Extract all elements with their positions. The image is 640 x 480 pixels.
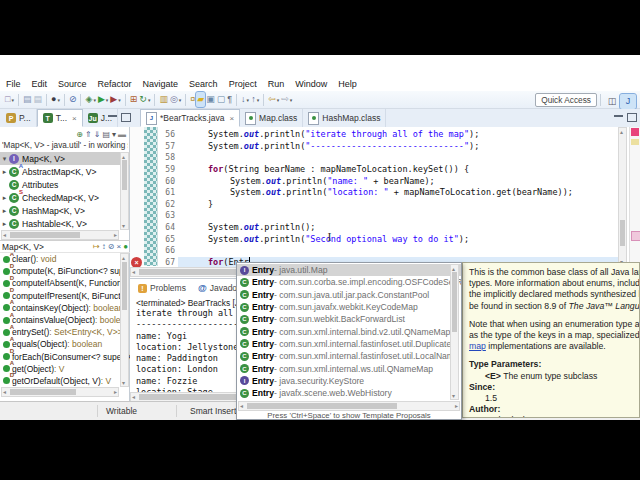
view-tab-package-explorer[interactable]: PP... [1,109,37,127]
editor-vscrollbar[interactable] [618,127,627,266]
layout-button[interactable]: ▤ [102,128,110,141]
account-button[interactable]: ●▾ [50,92,61,107]
show-selected-element-button[interactable]: ▢ [216,92,227,107]
run-button[interactable]: ▶▾ [97,92,109,107]
editor-tab-beartracksjava[interactable]: J*BearTracks.java× [140,109,240,127]
hide-static-button[interactable]: × [116,240,121,253]
debug-button[interactable]: ◈▾ [84,92,96,107]
menu-window[interactable]: Window [295,79,327,89]
minimize-view-icon[interactable] [108,115,117,120]
completion-item[interactable]: IEntry - java.security.KeyStore [237,375,461,387]
view-tab-type-hierarchy[interactable]: TT...× [37,109,83,127]
overview-current-marker[interactable] [631,231,640,241]
expand-arrow-icon[interactable]: ▸ [0,194,9,202]
editor-tab-hashmapclass[interactable]: HashMap.class [303,109,386,127]
member-item[interactable]: Aequals(Object) : boolean [0,338,130,350]
tree-item[interactable]: ▸CHashMap<K, V> [0,204,130,217]
menu-source[interactable]: Source [58,79,87,89]
expand-arrow-icon[interactable]: ▸ [0,207,9,215]
overview-error-marker[interactable] [631,128,639,136]
show-whitespace-button[interactable]: ¶ [226,92,233,107]
view-menu-button[interactable]: ▾ [112,128,116,141]
completion-item[interactable]: CEntry - com.sun.xml.internal.bind.v2.ut… [237,325,461,337]
back-history-button[interactable]: ⇦▾ [267,92,280,107]
completion-item[interactable]: CEntry - com.sun.webkit.BackForwardList [237,313,461,325]
expand-arrow-icon[interactable]: ▸ [0,168,9,176]
new-wizard-button[interactable]: □▾ [4,92,15,107]
minimize-view-button[interactable]: ▬ [118,128,126,141]
member-item[interactable]: DcomputeIfAbsent(K, Function< [0,277,130,289]
tree-hscrollbar[interactable] [1,230,119,240]
show-subtype-hierarchy-button[interactable]: ⇓ [94,128,101,141]
completion-item[interactable]: CEntry - com.sun.xml.internal.fastinfose… [237,338,461,350]
javadoc-link[interactable]: map [469,341,486,351]
hide-nonpublic-button[interactable]: ● [123,240,128,253]
link-with-editor-button[interactable]: ▣ [205,92,216,107]
java-perspective-button[interactable]: J [620,94,636,109]
save-button[interactable]: ▤ [22,92,33,107]
sort-members-button[interactable]: ↕ [102,240,106,253]
menu-help[interactable]: Help [338,79,357,89]
completion-item[interactable]: CEntry - com.sun.java.util.jar.pack.Cons… [237,289,461,301]
close-icon[interactable]: × [72,114,77,123]
expand-arrow-icon[interactable]: ▸ [0,220,9,228]
editor-tab-mapclass[interactable]: Map.class [240,109,303,127]
minimize-editor-icon[interactable] [614,115,623,120]
lock-view-button[interactable]: ↦ [93,240,100,253]
member-vscrollbar[interactable] [120,253,129,387]
code-area[interactable]: System.out.println("iterate through all … [178,129,618,269]
tree-item[interactable]: ▸CHashtable<K, V> [0,217,130,230]
menu-navigate[interactable]: Navigate [143,79,179,89]
maximize-view-icon[interactable] [121,113,131,122]
tree-item[interactable]: ▸CAAbstractMap<K, V> [0,165,130,178]
focus-on-type-button[interactable]: ⊕ [76,128,83,141]
member-item[interactable]: AcontainsValue(Object) : boolea [0,314,130,326]
member-item[interactable]: AentrySet() : Set<Entry<K, V>> [0,326,130,338]
menu-file[interactable]: File [6,79,21,89]
expand-arrow-icon[interactable]: ▾ [0,155,9,163]
search-button[interactable]: ◎▾ [169,92,182,107]
member-item[interactable]: Dcompute(K, BiFunction<? supe [0,265,130,277]
run-external-tools-button[interactable]: ▶▾ [109,92,121,107]
member-item[interactable]: Aclear() : void [0,253,130,265]
save-all-button[interactable]: ▤ [32,92,43,107]
completion-item[interactable]: CEntry - com.sun.xml.internal.fastinfose… [237,350,461,362]
member-item[interactable]: AcontainsKey(Object) : boolean [0,302,130,314]
completion-item[interactable]: CEntry - javafx.scene.web.WebHistory [237,387,461,399]
console-tab-problems[interactable]: !Problems [134,280,190,296]
open-perspective-button[interactable]: ◫ [604,94,620,109]
previous-annotation-button[interactable]: ↑▾ [250,92,260,107]
member-hscrollbar[interactable] [1,387,119,397]
skip-breakpoints-button[interactable]: ⊘ [68,92,78,107]
menu-edit[interactable]: Edit [32,79,48,89]
maximize-editor-icon[interactable] [627,113,637,122]
popup-vscrollbar[interactable] [450,264,459,400]
overview-occurrence-marker[interactable] [631,139,639,145]
externalize-strings-button[interactable]: ¤ [189,92,196,107]
popup-hscrollbar[interactable] [238,401,460,411]
tree-vscrollbar[interactable] [120,152,129,230]
menu-project[interactable]: Project [229,79,257,89]
mark-occurrences-button[interactable]: ▰ [196,92,205,107]
tree-item[interactable]: ▸CSCheckedMap<K, V> [0,191,130,204]
completion-item[interactable]: CEntry - com.sun.corba.se.impl.encoding.… [237,276,461,288]
menu-run[interactable]: Run [268,79,285,89]
hide-fields-button[interactable]: ⊘ [108,240,115,253]
close-icon[interactable]: × [229,114,234,123]
new-java-project-button[interactable]: ⊞ [129,92,139,107]
forward-history-button[interactable]: ⇨▾ [280,92,293,107]
quick-access-box[interactable]: Quick Access [535,93,597,107]
coverage-button[interactable]: ↻▾ [138,92,151,107]
member-item[interactable]: DcomputeIfPresent(K, BiFunctio [0,290,130,302]
code-editor[interactable]: 565758596061626364656667 System.out.prin… [130,127,640,278]
member-item[interactable]: Aget(Object) : V [0,363,130,375]
menu-search[interactable]: Search [189,79,218,89]
next-annotation-button[interactable]: ↓▾ [240,92,250,107]
completion-item[interactable]: CEntry - com.sun.javafx.webkit.KeyCodeMa… [237,301,461,313]
completion-item[interactable]: CEntry - com.sun.xml.internal.ws.util.QN… [237,362,461,374]
open-task-button[interactable]: ▥ [158,92,169,107]
completion-item[interactable]: IEntry - java.util.Map [237,264,461,276]
show-supertype-hierarchy-button[interactable]: ⇑ [85,128,92,141]
member-item[interactable]: DforEach(BiConsumer<? super K [0,351,130,363]
menu-refactor[interactable]: Refactor [98,79,132,89]
